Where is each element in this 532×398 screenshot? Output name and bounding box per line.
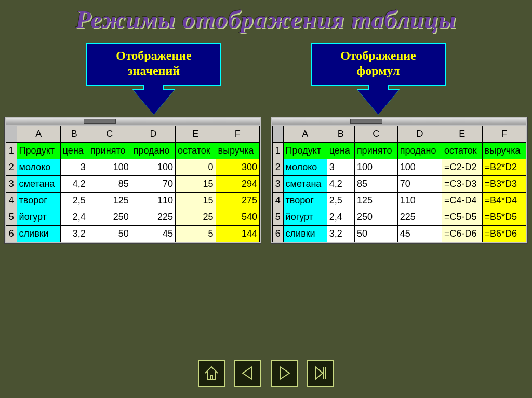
row-1: 1 xyxy=(6,142,17,159)
values-table: A B C D E F 1 Продукт цена принято прода… xyxy=(6,126,260,242)
nav-next-button[interactable] xyxy=(271,360,298,387)
col-F: F xyxy=(216,126,259,142)
cell-product: йогурт xyxy=(17,209,60,225)
hdr-product: Продукт xyxy=(283,142,327,159)
hdr-price: цена xyxy=(327,142,354,159)
cell: 110 xyxy=(397,192,442,209)
nav-home-button[interactable] xyxy=(198,360,225,387)
cell-formula: =B5*D5 xyxy=(482,209,526,225)
callout-formulas-line1: Отображение xyxy=(314,48,443,63)
cell-formula: =B3*D3 xyxy=(482,175,526,192)
cell-formula: =B4*D4 xyxy=(482,192,526,209)
header-row: 1 Продукт цена принято продано остаток в… xyxy=(273,142,526,159)
next-icon xyxy=(275,364,294,382)
row-2: 2 xyxy=(6,159,17,175)
cell: 70 xyxy=(131,175,175,192)
callout-formulas: Отображение формул xyxy=(311,43,446,115)
callout-values-box: Отображение значений xyxy=(86,43,221,86)
hdr-sold: продано xyxy=(131,142,175,159)
hdr-revenue: выручка xyxy=(216,142,259,159)
cell: 225 xyxy=(397,209,442,225)
cell-product: сметана xyxy=(283,175,327,192)
col-A: A xyxy=(283,126,327,142)
cell: 15 xyxy=(176,192,216,209)
table-row: 3 сметана 4,2 85 70 =C3-D3 =B3*D3 xyxy=(273,175,526,192)
row-5: 5 xyxy=(273,209,284,225)
cell: 225 xyxy=(131,209,175,225)
cell: 100 xyxy=(354,159,397,175)
table-row: 5 йогурт 2,4 250 225 =C5-D5 =B5*D5 xyxy=(273,209,526,225)
formulas-table: A B C D E F 1 Продукт цена принято прода… xyxy=(272,126,526,242)
col-E: E xyxy=(176,126,216,142)
row-5: 5 xyxy=(6,209,17,225)
col-A: A xyxy=(17,126,60,142)
table-row: 4 творог 2,5 125 110 =C4-D4 =B4*D4 xyxy=(273,192,526,209)
column-header-row: A B C D E F xyxy=(273,126,526,142)
cell: 100 xyxy=(131,159,175,175)
table-row: 2 молоко 3 100 100 0 300 xyxy=(6,159,260,175)
hdr-received: принято xyxy=(88,142,131,159)
cell: 4,2 xyxy=(60,175,88,192)
column-header-row: A B C D E F xyxy=(6,126,260,142)
row-4: 4 xyxy=(273,192,284,209)
cell: 50 xyxy=(88,225,131,242)
cell: 100 xyxy=(88,159,131,175)
table-row: 2 молоко 3 100 100 =C2-D2 =B2*D2 xyxy=(273,159,526,175)
row-4: 4 xyxy=(6,192,17,209)
spreadsheet-values: A B C D E F 1 Продукт цена принято прода… xyxy=(4,117,261,244)
nav-buttons xyxy=(198,360,334,387)
cell: 45 xyxy=(131,225,175,242)
cell: 85 xyxy=(354,175,397,192)
cell: 125 xyxy=(88,192,131,209)
callout-values-line2: значений xyxy=(89,63,218,78)
cell-formula: =B2*D2 xyxy=(482,159,526,175)
tables-row: A B C D E F 1 Продукт цена принято прода… xyxy=(0,117,532,244)
hdr-received: принято xyxy=(354,142,397,159)
row-3: 3 xyxy=(273,175,284,192)
cell-formula: =C3-D3 xyxy=(442,175,483,192)
home-icon xyxy=(202,364,221,382)
col-D: D xyxy=(397,126,442,142)
cell-product: творог xyxy=(283,192,327,209)
nav-prev-button[interactable] xyxy=(234,360,261,387)
cell-formula: =C5-D5 xyxy=(442,209,483,225)
col-D: D xyxy=(131,126,175,142)
row-6: 6 xyxy=(6,225,17,242)
cell-formula: =C2-D2 xyxy=(442,159,483,175)
cell: 275 xyxy=(216,192,259,209)
row-2: 2 xyxy=(273,159,284,175)
cell: 5 xyxy=(176,225,216,242)
cell: 250 xyxy=(354,209,397,225)
callout-formulas-box: Отображение формул xyxy=(311,43,446,86)
cell: 2,4 xyxy=(60,209,88,225)
cell: 2,5 xyxy=(327,192,354,209)
cell: 144 xyxy=(216,225,259,242)
row-6: 6 xyxy=(273,225,284,242)
cell: 45 xyxy=(397,225,442,242)
cell: 3,2 xyxy=(327,225,354,242)
cell: 294 xyxy=(216,175,259,192)
col-B: B xyxy=(327,126,354,142)
last-icon xyxy=(311,364,330,382)
cell: 70 xyxy=(397,175,442,192)
callout-formulas-line2: формул xyxy=(314,63,443,78)
callouts-row: Отображение значений Отображение формул xyxy=(0,43,532,115)
hdr-remainder: остаток xyxy=(176,142,216,159)
callout-values-line1: Отображение xyxy=(89,48,218,63)
cell: 2,5 xyxy=(60,192,88,209)
cell: 110 xyxy=(131,192,175,209)
spreadsheet-formulas: A B C D E F 1 Продукт цена принято прода… xyxy=(271,117,528,244)
nav-last-button[interactable] xyxy=(307,360,334,387)
cell-formula: =C4-D4 xyxy=(442,192,483,209)
header-row: 1 Продукт цена принято продано остаток в… xyxy=(6,142,260,159)
cell-product: молоко xyxy=(17,159,60,175)
row-1: 1 xyxy=(273,142,284,159)
cell-product: творог xyxy=(17,192,60,209)
col-C: C xyxy=(354,126,397,142)
cell: 4,2 xyxy=(327,175,354,192)
prev-icon xyxy=(238,364,257,382)
cell-product: сметана xyxy=(17,175,60,192)
cell: 3 xyxy=(60,159,88,175)
cell: 125 xyxy=(354,192,397,209)
cell: 2,4 xyxy=(327,209,354,225)
